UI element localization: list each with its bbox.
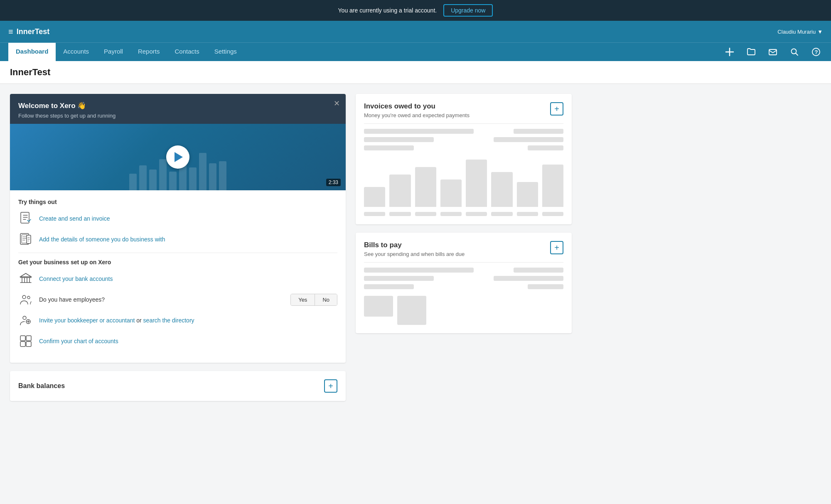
- play-icon: [175, 152, 183, 162]
- chart-label: [415, 212, 436, 216]
- try-section-title: Try things out: [18, 199, 337, 205]
- search-icon[interactable]: [788, 45, 801, 59]
- chart-bar: [389, 175, 411, 207]
- app-name: InnerTest: [17, 27, 50, 36]
- bookkeeper-icon: [18, 313, 33, 328]
- bank-icon: [18, 271, 33, 286]
- bills-card: Bills to pay See your spending and when …: [356, 233, 572, 333]
- svg-rect-14: [20, 342, 25, 347]
- action-item-contact: Add the details of someone you do busine…: [18, 232, 337, 247]
- bank-balances-title: Bank balances: [18, 382, 65, 390]
- chart-labels: [364, 212, 563, 216]
- chart-label: [389, 212, 411, 216]
- svg-text:?: ?: [815, 49, 818, 55]
- skeleton-line: [364, 268, 474, 273]
- chart-bar: [364, 187, 385, 207]
- chevron-down-icon: ▼: [817, 29, 823, 35]
- employees-icon: [18, 292, 33, 307]
- chart-bar: [517, 182, 538, 207]
- nav-bar: Dashboard Accounts Payroll Reports Conta…: [0, 42, 831, 61]
- svg-rect-13: [26, 336, 31, 341]
- bills-skeleton-lines: [364, 268, 563, 289]
- left-column: Welcome to Xero 👋 Follow these steps to …: [10, 94, 346, 401]
- skeleton-line: [528, 284, 563, 289]
- invoices-divider: [364, 123, 563, 124]
- add-button[interactable]: [723, 45, 736, 59]
- svg-rect-0: [769, 49, 777, 55]
- confirm-chart-link[interactable]: Confirm your chart of accounts: [39, 338, 118, 344]
- setup-section-title: Get your business set up on Xero: [18, 259, 337, 266]
- svg-rect-15: [26, 342, 31, 347]
- action-item-bank: Connect your bank accounts: [18, 271, 337, 286]
- nav-items: Dashboard Accounts Payroll Reports Conta…: [8, 43, 723, 61]
- bills-block: [364, 296, 393, 317]
- nav-icons: ?: [723, 45, 823, 59]
- skeleton-line: [364, 137, 434, 142]
- create-invoice-link[interactable]: Create and send an invoice: [39, 215, 110, 222]
- bills-title: Bills to pay: [364, 241, 465, 249]
- nav-item-contacts[interactable]: Contacts: [167, 43, 207, 61]
- video-preview[interactable]: 2:33: [10, 124, 346, 190]
- svg-point-10: [23, 316, 26, 320]
- add-invoice-button[interactable]: +: [550, 102, 563, 116]
- play-button[interactable]: [166, 145, 189, 169]
- trial-message: You are currently using a trial account.: [338, 7, 437, 14]
- invite-bookkeeper-link[interactable]: Invite your bookkeeper or accountant: [39, 317, 135, 324]
- action-item-bookkeeper: Invite your bookkeeper or accountant or …: [18, 313, 337, 328]
- invoice-icon: [18, 211, 33, 226]
- chart-bar: [542, 165, 563, 207]
- action-item-chart: Confirm your chart of accounts: [18, 334, 337, 349]
- nav-item-reports[interactable]: Reports: [130, 43, 167, 61]
- user-menu[interactable]: Claudiu Murariu ▼: [777, 29, 823, 35]
- yes-button[interactable]: Yes: [291, 294, 315, 305]
- skeleton-row: [364, 276, 563, 281]
- no-button[interactable]: No: [315, 294, 337, 305]
- employees-row: Do you have employees? Yes No: [18, 292, 337, 307]
- svg-point-9: [27, 296, 30, 299]
- invoices-title: Invoices owed to you: [364, 102, 470, 111]
- contact-icon: [18, 232, 33, 247]
- chart-skeleton: [364, 157, 563, 207]
- chart-label: [542, 212, 563, 216]
- nav-item-settings[interactable]: Settings: [207, 43, 244, 61]
- bills-card-header: Bills to pay See your spending and when …: [364, 241, 563, 257]
- upgrade-now-button[interactable]: Upgrade now: [443, 4, 493, 17]
- chart-bar: [415, 167, 436, 207]
- bills-subtitle: See your spending and when bills are due: [364, 251, 465, 257]
- close-button[interactable]: ✕: [334, 100, 340, 107]
- page-header: InnerTest: [0, 61, 831, 84]
- invoices-card-header: Invoices owed to you Money you're owed a…: [364, 102, 563, 118]
- menu-icon: ≡: [8, 27, 13, 37]
- skeleton-row: [364, 145, 563, 150]
- skeleton-row: [364, 137, 563, 142]
- chart-bar: [491, 172, 512, 207]
- folder-icon[interactable]: [745, 45, 758, 59]
- skeleton-line: [528, 145, 563, 150]
- section-divider-1: [18, 253, 337, 253]
- welcome-title: Welcome to Xero 👋: [18, 101, 337, 110]
- employees-label: Do you have employees?: [39, 296, 285, 303]
- chart-label: [440, 212, 462, 216]
- chart-bar: [440, 179, 462, 207]
- bank-balances-card: Bank balances +: [10, 371, 346, 401]
- chart-label: [517, 212, 538, 216]
- nav-item-dashboard[interactable]: Dashboard: [8, 43, 56, 61]
- page-title: InnerTest: [10, 67, 821, 78]
- bills-card-info: Bills to pay See your spending and when …: [364, 241, 465, 257]
- bills-block: [397, 296, 426, 325]
- search-directory-link[interactable]: search the directory: [143, 317, 194, 324]
- add-bill-button[interactable]: +: [550, 241, 563, 254]
- add-contact-link[interactable]: Add the details of someone you do busine…: [39, 236, 165, 243]
- skeleton-line: [514, 129, 563, 134]
- svg-rect-4: [21, 212, 29, 223]
- add-bank-button[interactable]: +: [324, 379, 337, 393]
- help-icon[interactable]: ?: [809, 45, 823, 59]
- logo-area: ≡ InnerTest: [8, 27, 49, 37]
- nav-item-payroll[interactable]: Payroll: [96, 43, 130, 61]
- mail-icon[interactable]: [766, 45, 779, 59]
- user-name: Claudiu Murariu: [777, 29, 816, 35]
- welcome-subtitle: Follow these steps to get up and running: [18, 113, 337, 119]
- connect-bank-link[interactable]: Connect your bank accounts: [39, 275, 113, 282]
- skeleton-line: [364, 129, 474, 134]
- nav-item-accounts[interactable]: Accounts: [56, 43, 96, 61]
